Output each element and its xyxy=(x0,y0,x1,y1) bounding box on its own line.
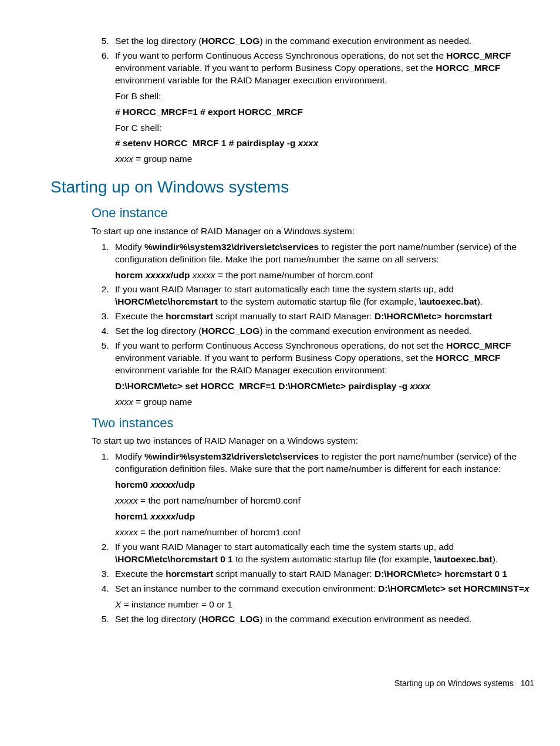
text: Set the log directory ( xyxy=(115,36,201,46)
text-italic: X xyxy=(115,599,121,609)
text-bold: horcm xyxy=(115,270,146,280)
text: = instance number = 0 or 1 xyxy=(121,599,232,609)
text-italic: xxxx xyxy=(410,381,430,391)
sub-line: horcm1 xxxxx/udp xyxy=(115,511,537,523)
text: If you want RAID Manager to start automa… xyxy=(115,284,454,294)
text: If you want to perform Continuous Access… xyxy=(115,50,446,60)
text: to the system automatic startup file (fo… xyxy=(218,296,419,306)
text: ) in the command execution environment a… xyxy=(259,614,471,624)
list-item: If you want RAID Manager to start automa… xyxy=(112,283,537,308)
text-bold: /udp xyxy=(176,511,195,521)
sub-line: # setenv HORCC_MRCF 1 # pairdisplay -g x… xyxy=(115,137,537,150)
text: ) in the command execution environment a… xyxy=(259,326,471,336)
text-bold: HORCC_MRCF xyxy=(446,50,511,60)
text-bold: horcmstart xyxy=(166,569,213,579)
text-bold: HORCC_MRCF xyxy=(446,340,511,350)
list-item: Set the log directory (HORCC_LOG) in the… xyxy=(112,35,537,48)
prev-section-list: Set the log directory (HORCC_LOG) in the… xyxy=(92,35,537,166)
text: = the port name/number of horcm.conf xyxy=(215,270,373,280)
text: environment variable for the RAID Manage… xyxy=(115,365,387,375)
text: to the system automatic startup file (fo… xyxy=(233,554,434,564)
section-heading: Starting up on Windows systems xyxy=(50,176,537,198)
page-footer: Starting up on Windows systems 101 xyxy=(50,678,537,689)
text-italic: xxxxx xyxy=(146,270,171,280)
list-item: If you want RAID Manager to start automa… xyxy=(112,541,537,566)
text: script manually to start RAID Manager: xyxy=(213,569,375,579)
sub-line: For B shell: xyxy=(115,90,537,103)
text: environment variable. If you want to per… xyxy=(115,353,436,363)
list-item: Modify %windir%\system32\drivers\etc\ser… xyxy=(112,241,537,282)
text: ). xyxy=(477,296,483,306)
text-bold: \autoexec.bat xyxy=(419,296,477,306)
text-italic: xxxx xyxy=(115,154,133,164)
footer-label: Starting up on Windows systems xyxy=(394,679,514,688)
text-bold: HORCC_LOG xyxy=(201,614,259,624)
text: = group name xyxy=(133,397,192,407)
text: Set an instance number to the command ex… xyxy=(115,583,378,593)
text-italic: xxxxx xyxy=(115,527,138,537)
list-item: If you want to perform Continuous Access… xyxy=(112,50,537,166)
text-bold: /udp xyxy=(176,480,195,490)
text: If you want RAID Manager to start automa… xyxy=(115,542,454,552)
text-bold: /udp xyxy=(171,270,190,280)
text: Modify xyxy=(115,242,144,252)
text: script manually to start RAID Manager: xyxy=(213,311,375,321)
text-bold: HORCC_MRCF xyxy=(436,353,500,363)
text: Set the log directory ( xyxy=(115,614,201,624)
text-bold: D:\HORCM\etc> set HORCC_MRCF=1 D:\HORCM\… xyxy=(115,381,410,391)
text: environment variable for the RAID Manage… xyxy=(115,75,387,85)
sub-line: horcm xxxxx/udp xxxxx = the port name/nu… xyxy=(115,269,537,282)
text-bold: \HORCM\etc\horcmstart xyxy=(115,296,218,306)
list-item: Execute the horcmstart script manually t… xyxy=(112,310,537,323)
sub-line: xxxxx = the port name/number of horcm1.c… xyxy=(115,526,537,539)
text-bold: horcm1 xyxy=(115,511,150,521)
text-bold: D:\HORCM\etc> horcmstart xyxy=(375,311,492,321)
text-italic: xxxx xyxy=(115,397,133,407)
text: Set the log directory ( xyxy=(115,326,201,336)
subsection-heading: Two instances xyxy=(92,414,537,432)
text: ). xyxy=(492,554,498,564)
text: Modify xyxy=(115,451,144,461)
text-italic: xxxxx xyxy=(193,270,215,280)
text: ) in the command execution environment a… xyxy=(259,36,471,46)
list-item: Execute the horcmstart script manually t… xyxy=(112,568,537,580)
list-item: If you want to perform Continuous Access… xyxy=(112,340,537,409)
page-number: 101 xyxy=(521,679,534,688)
text-bold: horcm0 xyxy=(115,480,150,490)
sub-line: For C shell: xyxy=(115,122,537,134)
text-bold: D:\HORCM\etc> set HORCMINST= xyxy=(378,583,524,593)
text: = group name xyxy=(133,154,192,164)
text-bold: %windir%\system32\drivers\etc\services xyxy=(144,451,319,461)
one-instance-list: Modify %windir%\system32\drivers\etc\ser… xyxy=(92,241,537,409)
sub-line: xxxxx = the port name/number of horcm0.c… xyxy=(115,495,537,507)
paragraph: To start up one instance of RAID Manager… xyxy=(92,225,537,238)
text: = the port name/number of horcm1.conf xyxy=(138,527,301,537)
text-italic: x xyxy=(524,583,529,593)
text-bold: horcmstart xyxy=(166,311,213,321)
text-bold: HORCC_MRCF xyxy=(436,63,500,73)
sub-line: # HORCC_MRCF=1 # export HORCC_MRCF xyxy=(115,106,537,119)
text: = the port name/number of horcm0.conf xyxy=(138,495,301,505)
text-italic: xxxxx xyxy=(150,511,176,521)
text-bold: \autoexec.bat xyxy=(434,554,492,564)
paragraph: To start up two instances of RAID Manage… xyxy=(92,435,537,447)
list-item: Set an instance number to the command ex… xyxy=(112,583,537,611)
subsection-heading: One instance xyxy=(92,204,537,222)
text-italic: xxxx xyxy=(298,138,318,148)
sub-line: xxxx = group name xyxy=(115,153,537,166)
text: If you want to perform Continuous Access… xyxy=(115,340,446,350)
sub-line: D:\HORCM\etc> set HORCC_MRCF=1 D:\HORCM\… xyxy=(115,380,537,393)
sub-line: horcm0 xxxxx/udp xyxy=(115,479,537,491)
text: Execute the xyxy=(115,569,166,579)
text-italic: xxxxx xyxy=(150,480,176,490)
text-bold: D:\HORCM\etc> horcmstart 0 1 xyxy=(375,569,507,579)
text-bold: \HORCM\etc\horcmstart 0 1 xyxy=(115,554,233,564)
text-bold: HORCC_LOG xyxy=(201,326,259,336)
text: Execute the xyxy=(115,311,166,321)
list-item: Set the log directory (HORCC_LOG) in the… xyxy=(112,613,537,626)
two-instances-list: Modify %windir%\system32\drivers\etc\ser… xyxy=(92,451,537,625)
text-bold: %windir%\system32\drivers\etc\services xyxy=(144,242,319,252)
text-bold: # setenv HORCC_MRCF 1 # pairdisplay -g xyxy=(115,138,298,148)
sub-line: xxxx = group name xyxy=(115,396,537,409)
text-bold: HORCC_LOG xyxy=(201,36,259,46)
